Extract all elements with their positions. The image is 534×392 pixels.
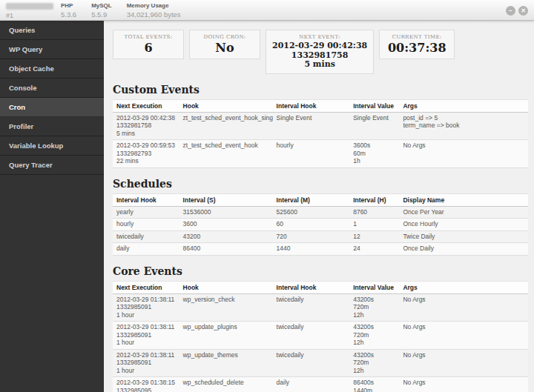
- close-icon[interactable]: ✕: [518, 6, 528, 16]
- column-header-interval-hook: Interval Hook: [113, 193, 179, 206]
- cell-line: 1h: [353, 157, 395, 165]
- sidebar-item-cron[interactable]: Cron: [0, 98, 104, 117]
- cell-line: 2012-03-29 01:38:11: [116, 323, 176, 331]
- cron-sections: Custom EventsNext ExecutionHookInterval …: [113, 84, 528, 392]
- cell-interval-value: 3600s60m1h: [349, 140, 399, 168]
- cell-display-name: Once Per Year: [399, 206, 528, 219]
- column-header-next-execution: Next Execution: [113, 281, 179, 293]
- instance-number: #1: [6, 12, 59, 19]
- cell-next-execution: 2012-03-29 01:38:1513329850951 hour: [113, 377, 179, 392]
- cell-interval-m: 525600: [273, 206, 350, 219]
- cell-interval-hook: daily: [113, 243, 179, 256]
- cell-line: 43200: [183, 233, 269, 241]
- custom-events-table: Next ExecutionHookInterval HookInterval …: [113, 99, 528, 168]
- section-title-core-events: Core Events: [113, 265, 528, 277]
- cell-line: 720: [277, 233, 346, 241]
- table-row: 2012-03-29 01:38:1113329850911 hourwp_up…: [113, 349, 528, 377]
- column-header-hook: Hook: [179, 99, 273, 112]
- cell-line: 3600s: [353, 142, 395, 150]
- cell-display-name: Once Hourly: [399, 219, 528, 231]
- sidebar-item-console[interactable]: Console: [0, 79, 104, 98]
- stat-label: NEXT EVENT:: [272, 34, 367, 40]
- cell-line: Once Daily: [403, 245, 524, 253]
- cell-line: twicedaily: [277, 296, 346, 304]
- cell-line: 43200s: [353, 323, 395, 331]
- cell-line: 1332985091: [116, 359, 176, 367]
- mysql-info: MySQL 5.5.9: [91, 2, 112, 19]
- column-header-interval-value: Interval Value: [349, 281, 399, 293]
- window-controls: − ✕: [506, 6, 528, 16]
- cell-line: post_id => 5: [403, 114, 524, 122]
- cell-interval-value: 43200s720m12h: [349, 322, 399, 350]
- cell-interval-m: 1440: [273, 243, 350, 256]
- table-row: daily86400144024Once Daily: [113, 243, 528, 256]
- cell-line: 1332985095: [116, 387, 176, 392]
- stat-label: TOTAL EVENTS:: [119, 34, 177, 40]
- cell-interval-h: 1: [349, 219, 399, 231]
- table-header-row: Next ExecutionHookInterval HookInterval …: [113, 281, 528, 293]
- stat-value-line: 00:37:38: [386, 41, 448, 55]
- table-row: 2012-03-29 01:38:1113329850911 hourwp_ve…: [113, 293, 528, 322]
- sidebar-item-queries[interactable]: Queries: [0, 21, 104, 40]
- sidebar-menu: QueriesWP QueryObject CacheConsoleCronPr…: [0, 21, 104, 392]
- mysql-version: 5.5.9: [91, 10, 112, 19]
- cell-interval-h: 8760: [349, 206, 399, 219]
- stat-value-line: 6: [119, 41, 177, 55]
- cell-args: No Args: [399, 349, 528, 377]
- cell-args: post_id => 5term_name => book: [399, 112, 528, 140]
- cell-line: Once Hourly: [403, 220, 524, 228]
- schedules-table: Interval HookInterval (S)Interval (M)Int…: [113, 193, 528, 256]
- column-header-args: Args: [399, 99, 528, 112]
- cell-line: wp_update_themes: [183, 351, 269, 359]
- sidebar-item-wp-query[interactable]: WP Query: [0, 40, 104, 59]
- cell-hook: zt_test_sched_event_hook: [179, 140, 273, 168]
- cell-line: 720m: [353, 331, 395, 339]
- cell-line: 12h: [353, 311, 395, 319]
- cell-line: yearly: [116, 208, 176, 216]
- sidebar-item-variable-lookup[interactable]: Variable Lookup: [0, 136, 104, 156]
- cell-next-execution: 2012-03-29 01:38:1113329850911 hour: [113, 322, 179, 350]
- cell-line: 3600: [183, 220, 269, 228]
- php-info: PHP 5.3.6: [61, 2, 76, 19]
- table-header-row: Interval HookInterval (S)Interval (M)Int…: [113, 193, 528, 206]
- cell-interval-hook: hourly: [113, 219, 179, 231]
- cell-line: term_name => book: [403, 122, 524, 130]
- cell-line: No Args: [403, 379, 524, 387]
- column-header-next-execution: Next Execution: [113, 99, 179, 112]
- sidebar-item-object-cache[interactable]: Object Cache: [0, 59, 104, 79]
- cell-args: No Args: [399, 140, 528, 168]
- cell-line: 43200s: [353, 296, 395, 304]
- cell-line: 1440: [277, 245, 346, 253]
- cell-interval-m: 60: [273, 219, 350, 231]
- cell-interval-hook: twicedaily: [273, 293, 350, 322]
- cell-line: Single Event: [277, 114, 346, 122]
- debug-bar-body: QueriesWP QueryObject CacheConsoleCronPr…: [0, 21, 534, 392]
- table-row: twicedaily4320072012Twice Daily: [113, 230, 528, 243]
- sidebar-item-profiler[interactable]: Profiler: [0, 117, 104, 136]
- cell-hook: wp_update_themes: [179, 349, 273, 377]
- cell-line: 60m: [353, 150, 395, 158]
- cell-interval-hook: twicedaily: [113, 230, 179, 243]
- cell-line: Once Per Year: [403, 208, 524, 216]
- cell-line: 12h: [353, 367, 395, 375]
- cell-line: Single Event: [353, 114, 395, 122]
- stat-doing-cron: DOING CRON:No: [189, 30, 260, 59]
- column-header-args: Args: [399, 281, 528, 293]
- cell-interval-hook: yearly: [113, 206, 179, 219]
- sidebar-item-query-tracer[interactable]: Query Tracer: [0, 156, 104, 175]
- cell-line: zt_test_sched_event_hook: [183, 142, 269, 150]
- cell-line: 1 hour: [116, 339, 176, 347]
- debug-bar-header: #1 PHP 5.3.6 MySQL 5.5.9 Memory Usage 34…: [0, 0, 534, 21]
- minimize-icon[interactable]: −: [506, 6, 515, 16]
- cell-line: 1: [353, 220, 395, 228]
- cell-line: 1332982793: [116, 150, 176, 158]
- cell-line: 1332981758: [116, 122, 176, 130]
- cell-line: wp_update_plugins: [183, 323, 269, 331]
- stat-value-line: 5 mins: [272, 60, 367, 70]
- cell-next-execution: 2012-03-29 01:38:1113329850911 hour: [113, 349, 179, 377]
- cell-line: 31536000: [183, 208, 269, 216]
- column-header-interval-value: Interval Value: [349, 99, 399, 112]
- cell-args: No Args: [399, 322, 528, 350]
- stat-label: DOING CRON:: [196, 34, 254, 40]
- cell-line: zt_test_sched_event_hook_single: [183, 114, 269, 122]
